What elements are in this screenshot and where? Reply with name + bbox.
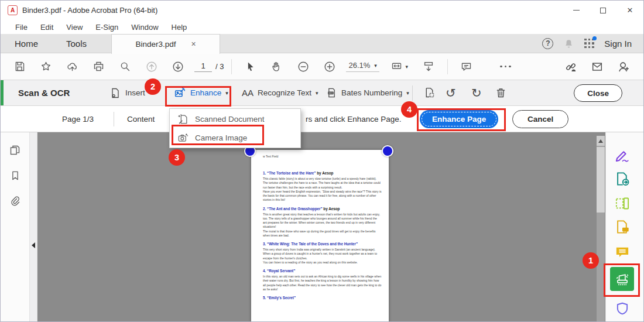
previous-page-button[interactable] <box>138 57 165 77</box>
protect-shield-icon[interactable] <box>615 301 630 316</box>
zoom-in-icon <box>323 60 336 73</box>
more-tools-button[interactable] <box>492 57 519 77</box>
bates-numbering-icon <box>326 87 337 98</box>
tab-bar: Home Tools Binder3.pdf × ? Sign In <box>1 34 643 53</box>
delete-pages-button[interactable] <box>495 80 507 105</box>
minimize-icon <box>573 10 580 11</box>
tool-title: Scan & OCR <box>18 80 70 105</box>
menu-view[interactable]: View <box>60 23 89 32</box>
zoom-level-dropdown[interactable]: 26.1% ▾ <box>346 61 379 72</box>
share-link-icon <box>564 60 577 73</box>
content-dropdown[interactable]: Content <box>127 106 155 132</box>
select-tool-button[interactable] <box>237 57 263 77</box>
menu-window[interactable]: Window <box>125 23 165 32</box>
share-link-button[interactable] <box>557 57 584 77</box>
step-badge-1: 1 <box>583 252 599 269</box>
scrollbar-thumb[interactable] <box>597 147 605 213</box>
add-account-button[interactable] <box>610 57 636 77</box>
zoom-out-icon <box>297 60 310 73</box>
attachments-icon[interactable] <box>9 195 21 207</box>
notifications-bell-icon[interactable] <box>563 38 574 49</box>
crop-page-icon <box>423 87 436 99</box>
selection-handle-right[interactable] <box>382 145 393 157</box>
email-button[interactable] <box>584 57 610 77</box>
cancel-button[interactable]: Cancel <box>512 110 568 128</box>
rotate-ccw-button[interactable]: ↺ <box>446 80 456 105</box>
save-icon <box>13 60 26 73</box>
pdf-page[interactable]: w Text Field 1. “The Tortoise and the Ha… <box>251 150 389 322</box>
section-body: This classic fable (story) is about a ve… <box>263 177 382 203</box>
tab-close-icon[interactable]: × <box>191 39 196 49</box>
search-button[interactable] <box>112 57 138 77</box>
app-grid-icon[interactable] <box>584 39 594 49</box>
fit-width-icon <box>390 60 403 73</box>
page-number-input[interactable]: 1 <box>194 61 212 72</box>
help-icon[interactable]: ? <box>542 38 553 49</box>
zoom-level-value: 26.1% <box>348 61 370 70</box>
acrobat-pdf-icon: A <box>8 5 18 15</box>
bates-numbering-label: Bates Numbering <box>341 88 402 97</box>
hand-tool-button[interactable] <box>263 57 290 77</box>
rotate-cw-button[interactable]: ↻ <box>471 80 482 105</box>
tool-accent-bar <box>1 80 4 105</box>
chevron-down-icon: ▾ <box>406 90 409 96</box>
organize-pages-icon[interactable] <box>615 196 631 211</box>
recognize-text-button[interactable]: AA Recognize Text ▾ <box>242 80 318 105</box>
page-total-label: / 3 <box>215 62 224 71</box>
scroll-up-button[interactable] <box>597 136 605 146</box>
comment-tool-icon[interactable] <box>615 244 631 260</box>
trash-icon <box>495 87 507 99</box>
step-badge-4: 4 <box>401 101 417 118</box>
print-icon <box>93 60 105 73</box>
enhance-action-bar: Page 1/3 Content rs and click Enhance Pa… <box>1 106 643 132</box>
comment-button[interactable] <box>453 57 479 77</box>
tab-document[interactable]: Binder3.pdf × <box>111 34 220 54</box>
rotate-ccw-icon: ↺ <box>446 86 456 100</box>
insert-button[interactable]: Insert <box>109 80 145 105</box>
acrobat-window: A Binder3.pdf - Adobe Acrobat Pro (64-bi… <box>0 0 644 322</box>
menu-help[interactable]: Help <box>165 23 194 32</box>
print-button[interactable] <box>85 57 112 77</box>
menu-file[interactable]: File <box>9 23 34 32</box>
section-heading: 1. “The Tortoise and the Hare” <box>263 171 316 175</box>
sign-in-button[interactable]: Sign In <box>604 39 632 49</box>
cursor-icon <box>245 61 256 73</box>
tab-tools[interactable]: Tools <box>52 34 101 53</box>
star-button[interactable] <box>33 57 59 77</box>
annotation-box-scan-tool <box>604 263 640 297</box>
page-up-icon <box>145 60 158 73</box>
tab-home[interactable]: Home <box>1 34 52 53</box>
export-pdf-icon[interactable] <box>615 171 631 187</box>
bookmarks-icon[interactable] <box>9 170 21 181</box>
share-upload-button[interactable] <box>59 57 85 77</box>
comment-icon <box>460 60 472 73</box>
hint-text: rs and click Enhance Page. <box>306 106 402 132</box>
fit-width-dropdown[interactable]: ▾ <box>383 57 416 77</box>
doc-section: 1. “The Tortoise and the Hare” by Aesop … <box>263 171 382 203</box>
crop-page-button[interactable] <box>423 80 436 105</box>
page-display-button[interactable] <box>416 57 442 77</box>
page-thumbnails-icon[interactable] <box>9 144 21 156</box>
fill-and-sign-icon[interactable] <box>615 148 631 163</box>
annotation-box-camera-image <box>172 125 264 145</box>
menu-esign[interactable]: E-Sign <box>89 23 125 32</box>
page-comment-icon[interactable] <box>615 219 631 235</box>
recognize-text-label: Recognize Text <box>258 88 311 97</box>
zoom-in-button[interactable] <box>316 57 342 77</box>
panel-collapse-strip[interactable] <box>30 132 37 322</box>
section-body: This very short story from India was ori… <box>263 248 382 265</box>
bates-numbering-button[interactable]: Bates Numbering ▾ <box>326 80 409 105</box>
person-add-icon <box>617 60 630 73</box>
close-tool-button[interactable]: Close <box>574 84 622 102</box>
next-page-button[interactable] <box>165 57 191 77</box>
zoom-out-button[interactable] <box>290 57 316 77</box>
recognize-text-icon: AA <box>242 88 254 98</box>
section-heading: 2. “The Ant and the Grasshopper” <box>263 207 323 211</box>
menu-edit[interactable]: Edit <box>34 23 60 32</box>
minimize-button[interactable] <box>563 1 590 20</box>
maximize-button[interactable] <box>590 1 616 20</box>
step-badge-2: 2 <box>145 78 161 95</box>
save-button[interactable] <box>6 57 33 77</box>
collapse-left-icon <box>32 242 35 248</box>
close-window-button[interactable]: ✕ <box>616 1 643 20</box>
